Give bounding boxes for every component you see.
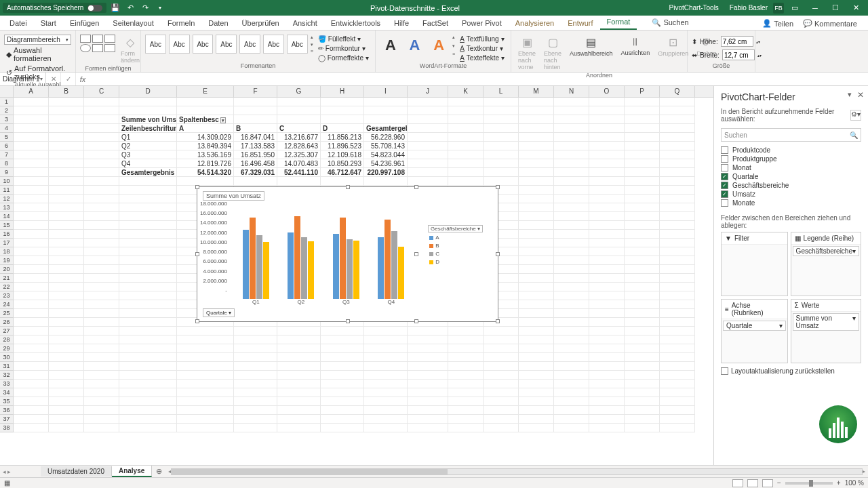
- tab-factset[interactable]: FactSet: [416, 16, 455, 30]
- cell[interactable]: [589, 406, 625, 415]
- cell[interactable]: [660, 230, 695, 239]
- cell[interactable]: [554, 300, 589, 309]
- cell[interactable]: [84, 177, 119, 186]
- cell[interactable]: [234, 327, 277, 336]
- cell[interactable]: [554, 124, 589, 133]
- cell[interactable]: [14, 142, 49, 150]
- cell[interactable]: [554, 186, 589, 195]
- cell[interactable]: [625, 142, 660, 150]
- cell[interactable]: [519, 265, 554, 274]
- bar[interactable]: [301, 237, 307, 299]
- cell[interactable]: [589, 256, 625, 265]
- cell[interactable]: [177, 415, 234, 424]
- cell[interactable]: [408, 327, 448, 336]
- row-header[interactable]: 5: [0, 133, 14, 142]
- field-item[interactable]: ✓Quartale: [721, 172, 861, 181]
- cell[interactable]: [554, 203, 589, 212]
- cell[interactable]: [14, 124, 49, 133]
- cell[interactable]: [554, 424, 589, 432]
- bar[interactable]: [333, 234, 339, 299]
- height-spinner[interactable]: ▴▾: [756, 39, 763, 44]
- cell[interactable]: [84, 195, 119, 203]
- cell[interactable]: [519, 150, 554, 159]
- cell[interactable]: [519, 133, 554, 142]
- cell[interactable]: 11.896.523: [321, 142, 364, 150]
- cell[interactable]: C: [277, 124, 321, 133]
- select-all-corner[interactable]: [0, 86, 14, 97]
- cell[interactable]: [484, 344, 519, 353]
- cell[interactable]: [554, 256, 589, 265]
- cell[interactable]: [554, 336, 589, 344]
- cell[interactable]: [448, 106, 484, 115]
- cell[interactable]: [625, 300, 660, 309]
- cell[interactable]: [119, 309, 177, 318]
- qat-customize-icon[interactable]: ▾: [154, 2, 166, 14]
- cell[interactable]: [14, 415, 49, 424]
- cell[interactable]: [49, 362, 84, 371]
- cell[interactable]: [625, 133, 660, 142]
- cell[interactable]: [177, 106, 234, 115]
- col-header-B[interactable]: B: [49, 86, 84, 97]
- cell[interactable]: [589, 221, 625, 230]
- field-list-layout-icon[interactable]: ⚙▾: [850, 110, 861, 121]
- cell[interactable]: [625, 212, 660, 221]
- cell[interactable]: [84, 230, 119, 239]
- comments-button[interactable]: 💬 Kommentare: [800, 17, 860, 30]
- cell[interactable]: [14, 283, 49, 291]
- cell[interactable]: [84, 362, 119, 371]
- cell[interactable]: [519, 159, 554, 168]
- cell[interactable]: [554, 344, 589, 353]
- cell[interactable]: [484, 150, 519, 159]
- cell[interactable]: [84, 406, 119, 415]
- cell[interactable]: A: [177, 124, 234, 133]
- cell[interactable]: [14, 212, 49, 221]
- axis-area-item[interactable]: Quartale▾: [723, 321, 786, 331]
- cell[interactable]: [84, 397, 119, 406]
- cell[interactable]: [321, 380, 364, 388]
- cell[interactable]: [484, 159, 519, 168]
- cell[interactable]: [625, 274, 660, 283]
- cell[interactable]: [554, 415, 589, 424]
- cell[interactable]: [119, 344, 177, 353]
- cell[interactable]: [84, 203, 119, 212]
- cell[interactable]: 54.236.961: [364, 159, 408, 168]
- cell[interactable]: [177, 397, 234, 406]
- cell[interactable]: [234, 106, 277, 115]
- cell[interactable]: [14, 98, 49, 106]
- cell[interactable]: [84, 115, 119, 124]
- cell[interactable]: [321, 371, 364, 380]
- cell[interactable]: [519, 353, 554, 362]
- cell[interactable]: [408, 371, 448, 380]
- cell[interactable]: [84, 212, 119, 221]
- cell[interactable]: [660, 309, 695, 318]
- shape-outline-button[interactable]: ✏ Formkontur ▾: [316, 44, 371, 53]
- cell[interactable]: [321, 415, 364, 424]
- cell[interactable]: [589, 283, 625, 291]
- minimize-icon[interactable]: ─: [806, 1, 825, 15]
- cell[interactable]: 220.997.108: [364, 168, 408, 177]
- cell[interactable]: [660, 283, 695, 291]
- cell[interactable]: [364, 424, 408, 432]
- cell[interactable]: [364, 115, 408, 124]
- cell[interactable]: [408, 168, 448, 177]
- cell[interactable]: [277, 353, 321, 362]
- cell[interactable]: [119, 380, 177, 388]
- cell[interactable]: [177, 353, 234, 362]
- cell[interactable]: [84, 247, 119, 256]
- cell[interactable]: [119, 336, 177, 344]
- cell[interactable]: [589, 150, 625, 159]
- cell[interactable]: [554, 106, 589, 115]
- cell[interactable]: [84, 300, 119, 309]
- cell[interactable]: [554, 353, 589, 362]
- cell[interactable]: [554, 168, 589, 177]
- cell[interactable]: [177, 388, 234, 397]
- cell[interactable]: [589, 424, 625, 432]
- cell[interactable]: [519, 142, 554, 150]
- cell[interactable]: [234, 371, 277, 380]
- cell[interactable]: [177, 177, 234, 186]
- cell[interactable]: Q1: [119, 133, 177, 142]
- cell[interactable]: [484, 388, 519, 397]
- cell[interactable]: [119, 230, 177, 239]
- cell[interactable]: [660, 186, 695, 195]
- row-header[interactable]: 23: [0, 291, 14, 300]
